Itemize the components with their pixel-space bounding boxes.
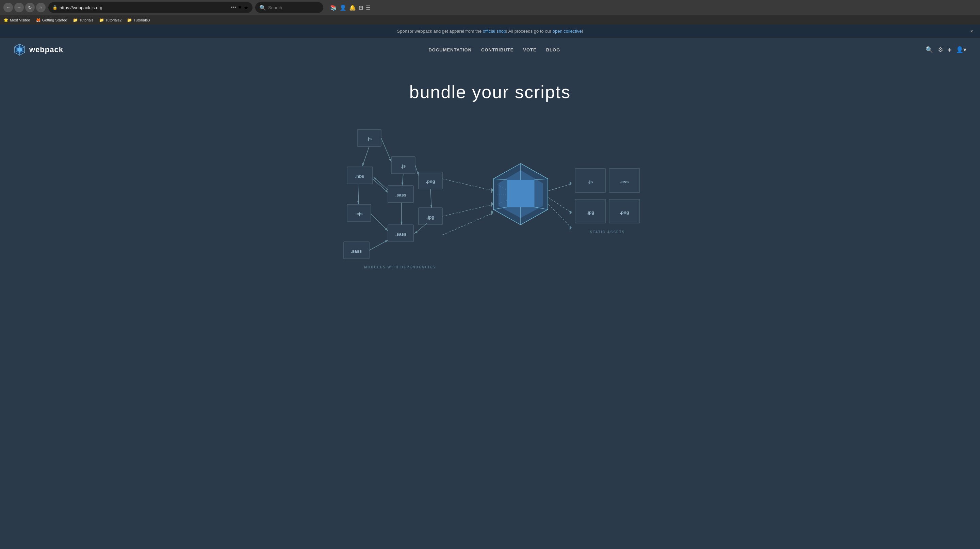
nav-search-icon[interactable]: 🔍 [926,46,933,53]
svg-line-44 [442,213,493,235]
notifications-icon[interactable]: 🔔 [349,5,356,11]
svg-text:.cjs: .cjs [355,211,363,216]
nav-buttons: ← → ↻ ⌂ [3,3,46,12]
svg-line-35 [430,189,431,208]
pocket-icon[interactable]: ♥ [239,5,242,11]
search-icon: 🔍 [259,5,266,11]
forward-button[interactable]: → [14,3,24,12]
svg-text:STATIC ASSETS: STATIC ASSETS [590,230,625,234]
hero-headline: bundle your scripts [7,82,973,102]
nav-contribute[interactable]: CONTRIBUTE [481,47,514,53]
more-options-icon[interactable]: ••• [231,5,237,11]
search-input[interactable] [268,5,316,10]
lock-icon: 🔒 [52,5,57,10]
banner-close-button[interactable]: × [970,28,973,34]
bookmark-tutorials2[interactable]: 📁 Tutorials2 [99,18,122,22]
bookmark-label: Tutorials [79,18,94,22]
nav-links: DOCUMENTATION CONTRIBUTE VOTE BLOG [428,47,560,53]
home-button[interactable]: ⌂ [36,3,46,12]
diagram-section: .box-label { fill: #9ab8cc; font-size: 1… [0,116,980,293]
bookmark-icon[interactable]: ★ [243,5,248,11]
nav-vote[interactable]: VOTE [523,47,536,53]
svg-line-32 [374,177,388,190]
folder-icon: 📁 [73,18,78,22]
address-bar[interactable]: 🔒 ••• ♥ ★ [48,2,253,13]
menu-icon[interactable]: ☰ [366,5,371,11]
website-content: Sponsor webpack and get apparel from the… [0,24,980,549]
svg-line-38 [358,184,359,204]
svg-marker-68 [570,226,572,231]
bundling-diagram: .box-label { fill: #9ab8cc; font-size: 1… [337,123,643,273]
svg-line-64 [549,198,572,213]
svg-text:MODULES WITH DEPENDENCIES: MODULES WITH DEPENDENCIES [364,265,436,269]
banner-text: Sponsor webpack and get apparel from the… [397,29,583,34]
logo-link[interactable]: webpack [14,44,63,56]
nav-user-icon[interactable]: 👤▾ [956,46,966,53]
nav-blog[interactable]: BLOG [546,47,560,53]
browser-toolbar: ← → ↻ ⌂ 🔒 ••• ♥ ★ 🔍 📚 👤 🔔 ⊞ ☰ [0,0,980,15]
svg-line-65 [549,204,572,228]
profile-icon[interactable]: 👤 [340,5,347,11]
open-collective-link[interactable]: open collective [553,29,582,34]
bookmarks-bar: ⭐ Most Visited 🦊 Getting Started 📁 Tutor… [0,15,980,24]
browser-chrome: ← → ↻ ⌂ 🔒 ••• ♥ ★ 🔍 📚 👤 🔔 ⊞ ☰ ⭐ Most Vis… [0,0,980,24]
svg-text:.jpg: .jpg [426,215,434,220]
svg-line-36 [371,214,388,231]
site-nav: webpack DOCUMENTATION CONTRIBUTE VOTE BL… [0,38,980,61]
svg-text:.jpg: .jpg [586,210,594,215]
logo-text: webpack [29,45,63,54]
bookmark-getting-started[interactable]: 🦊 Getting Started [36,18,67,22]
refresh-button[interactable]: ↻ [25,3,35,12]
webpack-logo-icon [14,44,26,56]
folder-icon: 📁 [99,18,104,22]
nav-github-icon[interactable]: ⚙ [938,46,943,53]
back-button[interactable]: ← [3,3,13,12]
bookmark-tutorials[interactable]: 📁 Tutorials [73,18,94,22]
svg-text:.js: .js [588,179,593,184]
svg-text:.sass: .sass [395,192,407,198]
svg-line-42 [442,179,493,191]
svg-text:.js: .js [367,136,372,141]
svg-line-43 [442,204,493,216]
nav-icons: 🔍 ⚙ ♦ 👤▾ [926,46,966,53]
nav-documentation[interactable]: DOCUMENTATION [428,47,472,53]
browser-icons: 📚 👤 🔔 ⊞ ☰ [330,5,371,11]
svg-rect-50 [507,180,534,207]
svg-line-34 [402,174,403,186]
svg-text:.hbs: .hbs [355,174,364,179]
folder-icon: 📁 [127,18,132,22]
svg-text:.sass: .sass [351,249,362,254]
grid-icon[interactable]: ⊞ [359,5,363,11]
hero-section: bundle your scripts [0,61,980,116]
bookmark-tutorials3[interactable]: 📁 Tutorials3 [127,18,150,22]
svg-line-29 [363,147,369,166]
svg-line-33 [415,165,418,176]
url-input[interactable] [60,5,229,10]
bookmark-most-visited[interactable]: ⭐ Most Visited [3,18,30,22]
library-icon[interactable]: 📚 [330,5,337,11]
svg-line-31 [372,179,388,192]
svg-line-30 [381,138,391,162]
nav-opencollective-icon[interactable]: ♦ [948,46,951,53]
svg-line-63 [549,184,572,191]
sponsor-banner: Sponsor webpack and get apparel from the… [0,24,980,38]
bookmark-label: Tutorials3 [134,18,150,22]
svg-text:.css: .css [620,179,628,184]
search-box[interactable]: 🔍 [255,2,323,13]
svg-text:.png: .png [426,179,435,184]
svg-text:.png: .png [620,210,629,215]
firefox-icon: 🦊 [36,18,41,22]
svg-text:.js: .js [401,163,406,169]
bookmark-label: Most Visited [10,18,30,22]
svg-text:.sass: .sass [395,231,407,237]
svg-line-39 [369,240,388,250]
bookmark-label: Tutorials2 [105,18,122,22]
official-shop-link[interactable]: official shop [483,29,506,34]
bookmark-label: Getting Started [42,18,67,22]
star-icon: ⭐ [3,18,8,22]
